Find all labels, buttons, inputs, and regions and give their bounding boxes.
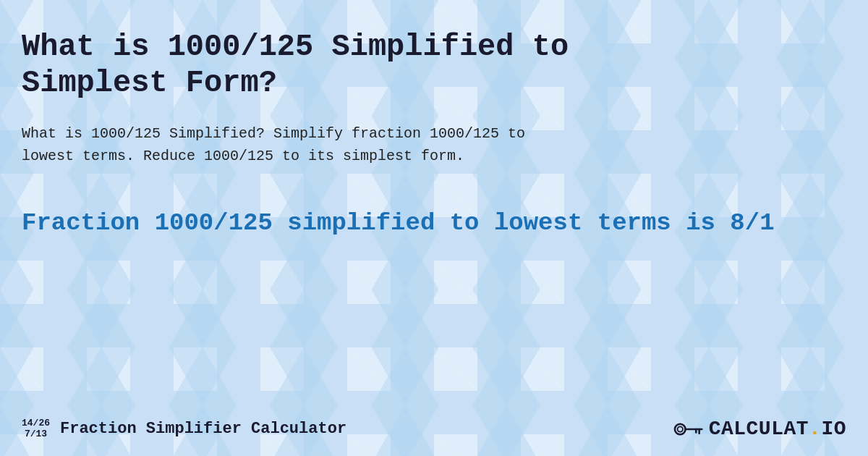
footer-fraction-2: 7/13 bbox=[25, 429, 47, 439]
footer-fraction-1: 14/26 bbox=[22, 418, 50, 428]
result-heading: Fraction 1000/125 simplified to lowest t… bbox=[22, 207, 781, 239]
svg-point-0 bbox=[675, 423, 686, 434]
description-text: What is 1000/125 Simplified? Simplify fr… bbox=[22, 122, 557, 167]
footer-fractions: 14/26 7/13 bbox=[22, 418, 50, 439]
logo-dot: . bbox=[809, 418, 821, 440]
logo-text: CALCULAT.IO bbox=[709, 418, 846, 440]
svg-point-1 bbox=[677, 426, 682, 431]
footer-calculator-label: Fraction Simplifier Calculator bbox=[60, 420, 346, 438]
footer: 14/26 7/13 Fraction Simplifier Calculato… bbox=[22, 418, 846, 440]
page-title: What is 1000/125 Simplified to Simplest … bbox=[22, 29, 586, 102]
main-content: What is 1000/125 Simplified to Simplest … bbox=[0, 0, 868, 253]
key-icon bbox=[673, 419, 705, 439]
footer-logo: CALCULAT.IO bbox=[673, 418, 846, 440]
